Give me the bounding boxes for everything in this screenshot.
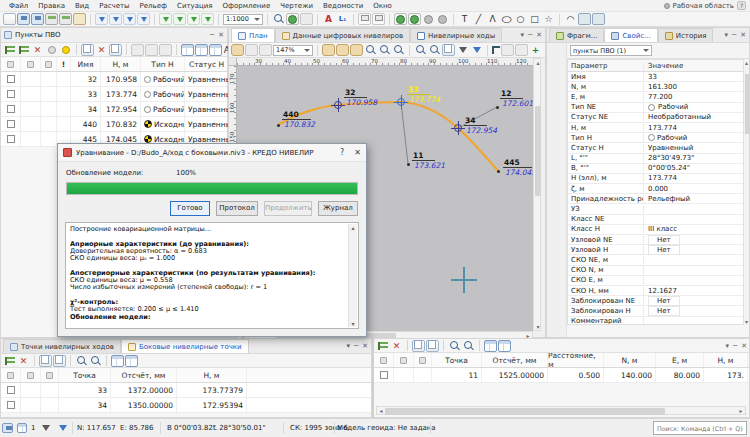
property-row[interactable]: СКО E, м <box>568 276 744 286</box>
help-icon[interactable]: ? <box>737 1 746 10</box>
property-row[interactable]: Узловой NEНет <box>568 235 744 245</box>
table-settings-icon[interactable] <box>484 340 497 352</box>
property-row[interactable]: УЗ <box>568 204 744 214</box>
status-save-icon[interactable] <box>2 423 13 433</box>
select-lasso-icon[interactable] <box>259 44 272 56</box>
checkbox[interactable] <box>7 386 15 394</box>
scale-combo[interactable]: 1:1000 <box>223 14 263 25</box>
export-rw-icon[interactable] <box>159 13 172 25</box>
chevron-down-icon[interactable]: ▾ <box>724 31 728 39</box>
export-dxf-icon[interactable] <box>173 13 186 25</box>
table-row[interactable]: 440170.832ИсходныйУравненный <box>1 117 227 132</box>
property-row[interactable]: Заблокирован ННет <box>568 306 744 316</box>
menu-0[interactable]: Файл <box>4 2 33 10</box>
scroll-down-icon[interactable]: ▾ <box>351 320 354 327</box>
export-mif-icon[interactable] <box>187 13 200 25</box>
zoom-rect-icon[interactable] <box>392 44 405 56</box>
snap-plus-icon[interactable] <box>529 44 542 56</box>
table-row[interactable]: 111525.000000.500140.00080.000173. <box>374 368 749 383</box>
image-frame-tool-icon[interactable] <box>592 13 605 25</box>
insert-node-alt-icon[interactable] <box>17 44 30 56</box>
delete-icon[interactable]: ✕ <box>390 340 403 352</box>
copy-icon[interactable] <box>412 340 425 352</box>
menu-2[interactable]: Вид <box>70 2 94 10</box>
status-layers-icon[interactable] <box>17 423 27 433</box>
property-row[interactable]: Класс NE <box>568 215 744 225</box>
snap-corner-icon[interactable] <box>492 46 500 54</box>
polygon-tool-icon[interactable]: ☆ <box>542 13 555 25</box>
minimize-icon[interactable]: ─ <box>210 31 214 39</box>
export-txt-icon[interactable] <box>201 13 214 25</box>
hand-2-icon[interactable] <box>336 44 349 56</box>
point-marker-34[interactable] <box>454 124 462 132</box>
menu-7[interactable]: Чертежи <box>275 2 318 10</box>
table-row[interactable]: 331372.00000173.77379 <box>1 383 371 398</box>
table-cut-icon[interactable] <box>125 355 138 367</box>
dialog-close-icon[interactable]: ✕ <box>354 148 361 157</box>
tab-0[interactable]: Фрагм... <box>549 28 604 42</box>
scroll-down-icon[interactable]: ▾ <box>743 318 750 325</box>
filter-icon[interactable] <box>456 44 469 56</box>
menu-1[interactable]: Правка <box>33 2 70 10</box>
close-icon[interactable]: ✕ <box>741 342 747 350</box>
close-icon[interactable]: ✕ <box>362 342 368 350</box>
table-settings-icon[interactable] <box>111 355 124 367</box>
close-icon[interactable]: ✕ <box>536 31 542 39</box>
table-row[interactable]: 341350.00000172.95394 <box>1 398 371 413</box>
bulb-on-icon[interactable] <box>59 44 72 56</box>
search-area-icon[interactable] <box>428 44 441 56</box>
chevron-down-icon[interactable]: ▾ <box>346 342 350 350</box>
point-marker-32[interactable] <box>334 101 342 109</box>
scroll-up-icon[interactable]: ▴ <box>351 224 354 231</box>
scroll-down-icon[interactable]: ▾ <box>534 323 542 330</box>
circle-green-2-icon[interactable] <box>408 13 421 25</box>
pan-icon[interactable] <box>231 44 244 56</box>
tab-0[interactable]: Точки нивелирных ходов <box>3 339 121 353</box>
bottom-right-hscrollbar[interactable]: ◂ ▸ <box>376 406 746 415</box>
property-row[interactable]: Комментарий <box>568 317 744 326</box>
property-row[interactable]: N, м161.300 <box>568 82 744 92</box>
tab-1[interactable]: Свойс... <box>604 28 657 42</box>
copy-icon[interactable] <box>81 44 94 56</box>
table-row[interactable]: 34172.954РабочийУравненный <box>1 102 227 117</box>
table-row[interactable]: 33173.774РабочийУравненный <box>1 87 227 102</box>
checkbox[interactable] <box>7 135 15 143</box>
property-row[interactable]: Заблокирован NEНет <box>568 296 744 306</box>
scroll-right-icon[interactable]: ▸ <box>737 407 745 414</box>
hand-icon[interactable] <box>322 44 335 56</box>
import-fragment-icon[interactable] <box>137 13 150 25</box>
line-style-l1-icon[interactable]: L₁ <box>336 13 349 25</box>
select-contour-icon[interactable] <box>245 44 258 56</box>
command-search-input[interactable] <box>653 421 747 435</box>
property-row[interactable]: Имя33 <box>568 72 744 82</box>
chevron-down-icon[interactable]: ▾ <box>520 31 524 39</box>
dialog-help-icon[interactable]: ? <box>340 148 344 157</box>
log-scrollbar[interactable]: ▴▾ <box>348 224 357 327</box>
circle-tool-icon[interactable]: ○ <box>514 13 527 25</box>
menu-8[interactable]: Ведомости <box>318 2 368 10</box>
dialog-button-0[interactable]: Готово <box>170 201 210 216</box>
web-map-icon[interactable] <box>286 13 299 25</box>
select-save-icon[interactable] <box>131 44 144 56</box>
property-row[interactable]: Статус НУравненный <box>568 143 744 153</box>
minimize-icon[interactable]: ─ <box>732 31 736 39</box>
table-settings-icon[interactable] <box>181 44 194 56</box>
select-add-icon[interactable] <box>145 44 158 56</box>
rect-tool-icon[interactable]: □ <box>528 13 541 25</box>
delete-icon[interactable]: ✕ <box>17 355 30 367</box>
property-row[interactable]: Н, м173.774 <box>568 123 744 133</box>
arc-tool-icon[interactable]: ◠ <box>564 13 577 25</box>
object-selector[interactable]: пункты ПВО (1) <box>570 45 652 56</box>
tab-2[interactable]: Нивелирные ходы <box>410 28 502 42</box>
ellipse-tool-icon[interactable]: ○ <box>498 13 516 25</box>
flag-1-icon[interactable] <box>358 13 371 25</box>
search-point-icon[interactable] <box>414 44 427 56</box>
save-icon[interactable] <box>17 13 30 25</box>
sort-updown-icon[interactable] <box>300 13 313 25</box>
vscroll-thumb[interactable] <box>535 106 541 196</box>
property-row[interactable]: Принадлежность ре...Рельефный <box>568 194 744 204</box>
insert-node-icon[interactable] <box>3 44 16 56</box>
menu-6[interactable]: Оформление <box>218 2 276 10</box>
property-row[interactable]: E, м77.200 <box>568 92 744 102</box>
chevron-down-icon[interactable]: ▾ <box>725 342 729 350</box>
